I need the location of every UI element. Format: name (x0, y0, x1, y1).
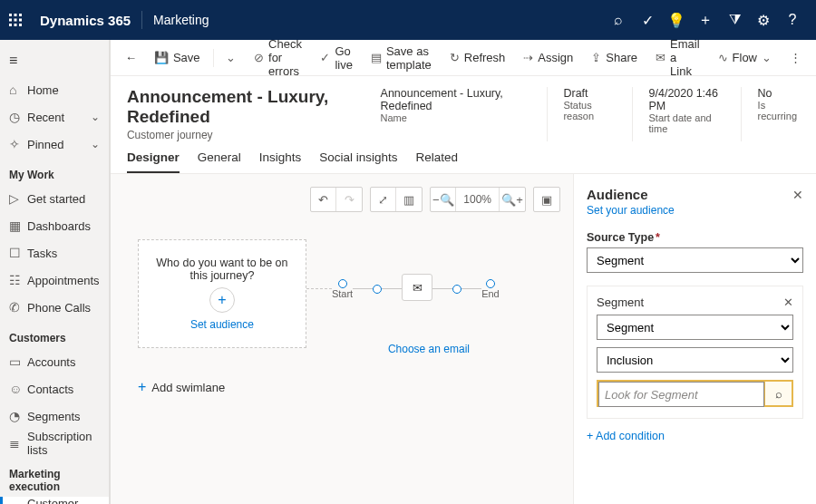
task-list-icon: ☐ (9, 246, 27, 260)
tab-insights[interactable]: Insights (259, 150, 302, 173)
chevron-down-icon: ⌄ (91, 138, 100, 150)
segment-group: Segment✕ Segment Inclusion ⌕ (587, 286, 803, 419)
nav-label: Subscription lists (27, 430, 100, 457)
minimap-button[interactable]: ▥ (396, 188, 422, 211)
nav-section-marketing: Marketing execution (0, 457, 109, 497)
go-live-button[interactable]: ✓Go live (313, 41, 360, 75)
start-node: Start (332, 279, 353, 299)
more-commands[interactable]: ⋮ (782, 47, 809, 68)
audience-tile[interactable]: Who do you want to be on this journey? +… (138, 239, 306, 348)
refresh-button[interactable]: ↻Refresh (442, 47, 513, 68)
zoom-out-button[interactable]: −🔍 (431, 188, 456, 211)
app-area[interactable]: Marketing (153, 13, 209, 27)
app-launcher-icon[interactable] (9, 14, 34, 26)
nav-pinned[interactable]: ✧Pinned⌄ (0, 131, 109, 158)
redo-button[interactable]: ↷ (336, 188, 362, 211)
assign-button[interactable]: ⇢Assign (516, 47, 580, 68)
tab-related[interactable]: Related (416, 150, 459, 173)
mail-icon: ✉ (413, 281, 423, 295)
share-button[interactable]: ⇪Share (584, 47, 645, 68)
product-name: Dynamics 365 (40, 13, 131, 28)
remove-segment-button[interactable]: ✕ (783, 296, 793, 309)
save-button[interactable]: 💾Save (147, 47, 208, 68)
email-link-button[interactable]: ✉Email a Link (648, 34, 707, 82)
nav-customer-journeys[interactable]: ⚑Customer journeys (0, 497, 109, 504)
save-template-button[interactable]: ▤Save as template (364, 41, 439, 75)
filter-icon[interactable]: ⧩ (720, 12, 749, 28)
tab-general[interactable]: General (198, 150, 241, 173)
golive-icon: ✓ (320, 51, 330, 64)
svg-rect-0 (9, 14, 12, 16)
nav-label: Recent (27, 111, 91, 124)
choose-email-link[interactable]: Choose an email (388, 343, 560, 355)
nav-home[interactable]: ⌂Home (0, 76, 109, 103)
segment-search-button[interactable]: ⌕ (764, 382, 792, 405)
hamburger-icon[interactable]: ≡ (0, 45, 109, 76)
close-panel-button[interactable]: ✕ (792, 188, 803, 202)
nav-dashboards[interactable]: ▦Dashboards (0, 212, 109, 239)
nav-segments[interactable]: ◔Segments (0, 402, 109, 430)
add-condition-link[interactable]: + Add condition (587, 430, 803, 442)
bulb-icon[interactable]: 💡 (662, 12, 691, 29)
mail-icon: ✉ (656, 51, 665, 64)
properties-panel: Audience ✕ Set your audience Source Type… (573, 174, 816, 504)
segment-search-input[interactable] (598, 382, 764, 407)
fit-button[interactable]: ▣ (534, 188, 559, 211)
left-nav: ≡ ⌂Home ◷Recent⌄ ✧Pinned⌄ My Work ▷Get s… (0, 40, 110, 504)
search-icon[interactable]: ⌕ (604, 12, 633, 28)
nav-accounts[interactable]: ▭Accounts (0, 348, 109, 375)
nav-recent[interactable]: ◷Recent⌄ (0, 103, 109, 131)
clock-icon: ◷ (9, 110, 27, 124)
panel-hint-link[interactable]: Set your audience (587, 204, 803, 217)
nav-label: Dashboards (27, 219, 100, 233)
share-icon: ⇪ (591, 51, 601, 64)
email-tile[interactable]: ✉ (402, 274, 432, 301)
record-title: Announcement - Luxury, Redefined (127, 87, 381, 127)
nav-appointments[interactable]: ☷Appointments (0, 267, 109, 294)
zoom-level[interactable]: 100% (456, 188, 500, 211)
settings-icon[interactable]: ⚙ (749, 12, 778, 29)
segment-select[interactable]: Segment (597, 315, 793, 340)
cmd-label: Email a Link (670, 37, 700, 78)
nav-label: Get started (27, 192, 100, 206)
chevron-down-icon: ⌄ (91, 111, 100, 123)
zoom-in-button[interactable]: 🔍+ (500, 188, 525, 211)
cmd-label: Check for errors (268, 37, 302, 78)
connector-dot[interactable] (452, 285, 461, 294)
inclusion-select[interactable]: Inclusion (597, 347, 793, 373)
nav-contacts[interactable]: ☺Contacts (0, 375, 109, 402)
add-icon[interactable]: ＋ (691, 11, 720, 30)
search-icon: ⌕ (775, 387, 782, 401)
set-audience-link[interactable]: Set audience (190, 318, 254, 331)
source-type-select[interactable]: Segment (587, 247, 803, 273)
connector-dot[interactable] (373, 285, 382, 294)
nav-label: Customer journeys (27, 497, 100, 504)
nav-label: Tasks (27, 247, 100, 260)
check-errors-button[interactable]: ⊘Check for errors (247, 34, 309, 82)
nav-subscription-lists[interactable]: ≣Subscription lists (0, 430, 109, 457)
task-icon[interactable]: ✓ (633, 12, 662, 29)
nav-tasks[interactable]: ☐Tasks (0, 239, 109, 267)
svg-rect-5 (19, 19, 22, 22)
nav-get-started[interactable]: ▷Get started (0, 185, 109, 212)
cmd-label: Save (173, 51, 200, 64)
help-icon[interactable]: ? (778, 12, 807, 28)
record-tabs: Designer General Insights Social insight… (111, 141, 816, 174)
tab-social-insights[interactable]: Social insights (319, 150, 397, 173)
undo-button[interactable]: ↶ (311, 188, 336, 211)
designer-canvas: ↶ ↷ ⤢ ▥ −🔍 100% 🔍+ ▣ (111, 174, 573, 504)
add-audience-button[interactable]: + (209, 287, 235, 313)
flow-button[interactable]: ∿Flow ⌄ (711, 47, 779, 68)
svg-rect-2 (19, 14, 22, 16)
back-button[interactable]: ← (118, 47, 143, 68)
add-swimlane-button[interactable]: +Add swimlane (138, 379, 560, 395)
fullscreen-button[interactable]: ⤢ (371, 188, 396, 211)
save-dropdown[interactable]: ⌄ (219, 47, 243, 68)
record-header: Announcement - Luxury, Redefined Custome… (111, 76, 816, 141)
tab-designer[interactable]: Designer (127, 150, 180, 173)
assign-icon: ⇢ (523, 51, 533, 64)
canvas-toolbar: ↶ ↷ ⤢ ▥ −🔍 100% 🔍+ ▣ (310, 187, 560, 212)
command-bar: ← 💾Save ⌄ ⊘Check for errors ✓Go live ▤Sa… (111, 40, 816, 76)
nav-phone-calls[interactable]: ✆Phone Calls (0, 294, 109, 321)
nav-label: Home (27, 83, 100, 97)
